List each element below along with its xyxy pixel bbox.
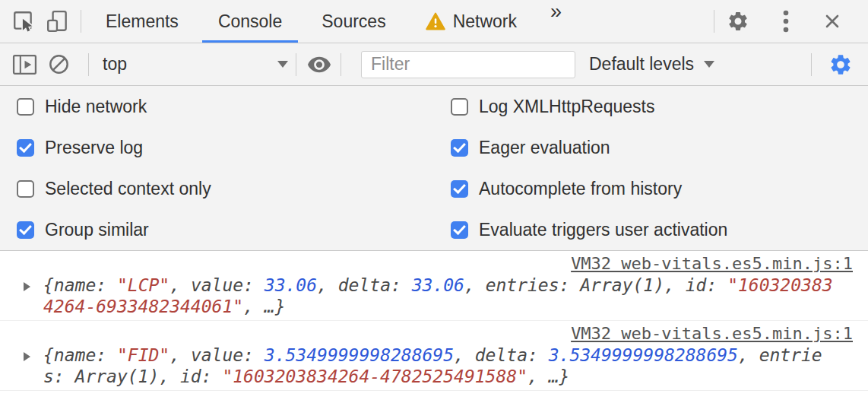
settings-column-right: Log XMLHttpRequests Eager evaluation Aut… (434, 86, 868, 250)
setting-hide-network[interactable]: Hide network (0, 86, 434, 127)
three-dots-icon (783, 9, 789, 33)
close-icon (822, 11, 842, 31)
checkbox[interactable] (17, 221, 34, 239)
log-levels-dropdown[interactable]: Default levels (589, 54, 714, 75)
devtools-menu-button[interactable] (783, 9, 789, 33)
setting-group-similar[interactable]: Group similar (0, 209, 434, 250)
source-link[interactable]: VM32 web-vitals.es5.min.js:1 (43, 253, 853, 275)
setting-label: Hide network (45, 97, 147, 117)
tab-sources[interactable]: Sources (302, 0, 405, 43)
tab-network[interactable]: Network (406, 0, 537, 43)
setting-label: Selected context only (45, 179, 211, 199)
device-toolbar-icon (46, 9, 70, 33)
checkbox[interactable] (451, 139, 468, 157)
dropdown-caret-icon (704, 61, 714, 68)
console-log-entry: VM32 web-vitals.es5.min.js:1{name: "LCP"… (0, 251, 868, 321)
block-icon (48, 53, 70, 75)
setting-preserve-log[interactable]: Preserve log (0, 127, 434, 168)
console-settings-panel: Hide network Preserve log Selected conte… (0, 86, 868, 251)
devtools-settings-button[interactable] (727, 10, 749, 33)
tab-label: Elements (106, 11, 179, 32)
setting-label: Eager evaluation (479, 138, 610, 158)
object-preview-line: s: Array(1), id: "1603203834264-47825254… (43, 366, 853, 387)
setting-label: Autocomplete from history (479, 179, 682, 199)
separator (714, 10, 714, 33)
checkbox[interactable] (451, 98, 468, 116)
console-sidebar-icon (12, 52, 37, 76)
devtools-tabbar: Elements Console Sources Network » (0, 0, 868, 43)
separator (341, 53, 341, 76)
console-log: VM32 web-vitals.es5.min.js:1{name: "LCP"… (0, 251, 868, 400)
close-devtools-button[interactable] (822, 11, 842, 31)
checkbox[interactable] (451, 180, 468, 198)
setting-eager-evaluation[interactable]: Eager evaluation (434, 127, 868, 168)
console-sidebar-toggle-button[interactable] (12, 52, 37, 76)
inspect-element-button[interactable] (12, 10, 35, 33)
gear-icon (727, 10, 749, 33)
tab-label: Console (218, 11, 282, 32)
javascript-context-selector[interactable]: top (103, 54, 288, 75)
separator (811, 53, 812, 76)
tab-console[interactable]: Console (198, 0, 302, 43)
devtools-window: Elements Console Sources Network » (0, 0, 868, 400)
checkbox[interactable] (451, 221, 468, 239)
object-preview-line: {name: "FID", value: 3.5349999998288695,… (43, 344, 853, 366)
dropdown-caret-icon (277, 61, 288, 68)
checkbox[interactable] (17, 139, 34, 157)
tab-label: Sources (322, 11, 385, 32)
setting-log-xmlhttprequests[interactable]: Log XMLHttpRequests (434, 86, 868, 127)
expand-triangle-icon[interactable] (24, 282, 30, 291)
object-preview-line: 4264-6933482344061", …} (43, 296, 853, 317)
device-toolbar-button[interactable] (46, 9, 70, 33)
tab-elements[interactable]: Elements (86, 0, 198, 43)
levels-label: Default levels (589, 54, 694, 75)
more-tabs-button[interactable]: » (537, 0, 575, 43)
console-settings-button[interactable] (828, 52, 853, 77)
settings-column-left: Hide network Preserve log Selected conte… (0, 86, 434, 250)
gear-icon (828, 52, 853, 77)
separator (81, 10, 81, 33)
separator (88, 53, 89, 76)
console-log-entry: VM32 web-vitals.es5.min.js:1{name: "FID"… (0, 321, 868, 391)
panel-tabs: Elements Console Sources Network » (86, 0, 575, 43)
object-preview-line: {name: "LCP", value: 33.06, delta: 33.06… (43, 275, 853, 296)
separator (296, 53, 296, 76)
setting-label: Evaluate triggers user activation (479, 220, 727, 240)
filter-input[interactable] (361, 51, 575, 78)
warning-icon (426, 12, 445, 30)
eye-icon (306, 53, 333, 76)
inspect-cursor-icon (12, 10, 35, 33)
live-expression-button[interactable] (306, 53, 333, 76)
console-toolbar: top Default levels (0, 43, 868, 86)
setting-label: Log XMLHttpRequests (479, 97, 654, 117)
clear-console-button[interactable] (48, 53, 70, 75)
setting-selected-context-only[interactable]: Selected context only (0, 168, 434, 209)
tab-label: Network (453, 11, 517, 32)
expand-triangle-icon[interactable] (24, 352, 30, 361)
setting-label: Preserve log (45, 138, 143, 158)
setting-evaluate-triggers-user-activation[interactable]: Evaluate triggers user activation (434, 209, 868, 250)
checkbox[interactable] (17, 98, 34, 116)
setting-label: Group similar (45, 220, 149, 240)
context-value: top (103, 54, 127, 75)
setting-autocomplete-from-history[interactable]: Autocomplete from history (434, 168, 868, 209)
checkbox[interactable] (17, 180, 34, 198)
source-link[interactable]: VM32 web-vitals.es5.min.js:1 (43, 323, 853, 344)
